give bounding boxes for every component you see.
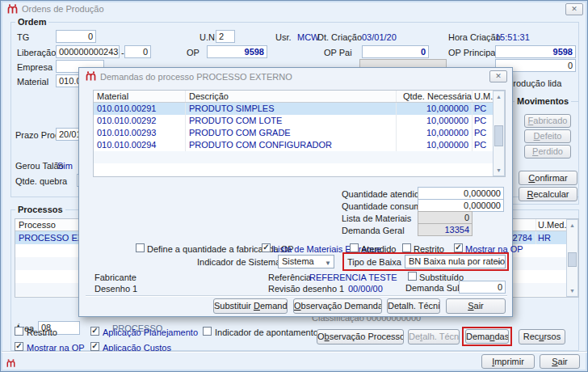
op-pai-field[interactable]: 0 [362,45,429,58]
producao-lida-label: Produção lida [507,78,561,88]
dialog-sair-button[interactable]: Sair [446,298,506,314]
scroll-down-icon[interactable]: ▼ [567,285,578,296]
un-label: U.N. [200,32,217,42]
demanda-subst-field[interactable]: 0 [459,281,506,294]
observacao-processo-button[interactable]: Observação Processo/OP [317,329,404,345]
demandas-table-header: Material Descrição Qtde. Necessária U.M. [94,91,493,103]
demandas-dialog: Demandas do processo PROCESSO EXTERNO ✕ … [78,67,513,317]
qtde-quebra-label: Qtde. quebra [15,176,67,186]
scroll-up-icon[interactable]: ▲ [494,91,504,102]
dt-criacao-label: Dt. Criação [317,32,362,42]
scrollbar-thumb[interactable] [568,252,577,267]
op-principal-label: OP Principal [448,48,498,57]
define-quantidade-checkbox[interactable] [136,243,145,252]
movimentos-group-label: Movimentos [514,96,571,106]
lista-entregue-checkbox[interactable]: ✓ [262,243,271,252]
col-qtde: Qtde. Necessária [397,91,472,102]
imprimir-button[interactable]: Imprimir [481,354,535,369]
app-logo-mini-icon [6,359,15,368]
footer-divider [2,351,588,353]
lista-materiais-label: Lista de Materiais [342,213,411,223]
demanda-geral-field: 13354 [418,223,472,236]
tg-label: TG [17,32,29,42]
demandas-scrollbar[interactable]: ▲ ▼ [493,91,505,176]
material-label: Material [17,77,48,87]
gerou-talao-value: Sim [57,161,73,171]
substituir-demanda-button[interactable]: Substituir Demanda [213,298,288,314]
usr-label: Usr. [275,32,292,42]
hora-criacao-label: Hora Criação [448,32,501,42]
mostrar-na-op-checkbox[interactable]: ✓ [15,342,23,351]
quantidade-consumida-field[interactable]: 0,000000 [418,199,504,212]
quantidade-atendida-field[interactable]: 0,000000 [418,187,504,200]
revisao-value: 00/00/00 [348,284,383,294]
demanda-row[interactable]: 010.010.00291 PRODUTO SIMPLES 10,000000 … [94,103,493,115]
demanda-row[interactable]: 010.010.00292 PRODUTO COM LOTE 10,000000… [94,115,493,127]
demandas-button[interactable]: Demandas [465,329,509,344]
chevron-down-icon: ▼ [325,257,331,268]
confirmar-button[interactable]: Confirmar [519,171,578,185]
ordem-group-label: Ordem [15,17,48,27]
tipo-baixa-combo[interactable]: BN Baixa nula por rateio▼ [405,255,506,268]
empty-row [94,163,493,175]
scroll-up-icon[interactable]: ▲ [567,220,578,230]
op-pai-label: OP Pai [324,48,352,57]
un-field[interactable]: 2 [216,30,235,43]
quantidade-atendida-label: Quantidade atendida [342,189,424,199]
atendido-label: Atendido [361,244,396,254]
close-icon[interactable]: ✕ [565,3,583,15]
tg-field[interactable]: 0 [56,30,96,43]
aplicacao-custos-checkbox[interactable]: ✓ [90,342,99,351]
ordens-producao-window: Ordens de Produção ✕ Ordem TG 0 U.N. 2 U… [0,0,588,372]
dialog-restrito-checkbox[interactable] [402,243,411,252]
usr-value: MCW [297,32,320,42]
liberacao-field-2[interactable]: 0 [124,45,151,58]
demanda-row[interactable]: 010.010.00294 PRODUTO COM CONFIGURADOR 1… [94,139,493,151]
col-um: U.M. [472,91,493,102]
recalcular-button[interactable]: Recalcular [519,187,578,201]
lista-materiais-field: 0 [418,211,472,224]
detalh-tecnico-button: Detalh. Técnico [408,329,460,345]
referencia-value: REFERENCIA TESTE [309,273,397,282]
aplicacao-planejamento-label: Aplicação Planejamento [103,328,198,337]
empty-row [94,151,493,163]
demanda-row[interactable]: 010.010.00293 PRODUTO COM GRADE 10,00000… [94,127,493,139]
dialog-detalh-tecnico-button[interactable]: Detalh. Técnico [387,298,440,314]
processos-group-label: Processos [15,205,65,214]
dialog-titlebar[interactable]: Demandas do processo PROCESSO EXTERNO ✕ [79,68,514,84]
atendido-checkbox[interactable] [350,243,359,252]
indicador-sistema-combo[interactable]: Sistema▼ [278,255,334,268]
observacao-demanda-button[interactable]: Observação Demanda/OP [293,298,382,314]
scroll-down-icon[interactable]: ▼ [494,165,504,175]
liberacao-field[interactable]: 000000000243 [56,45,120,58]
restrito-checkbox[interactable] [15,327,23,336]
processos-scrollbar[interactable]: ▲ ▼ [566,219,578,297]
fabricado-button: Fabricado [524,114,571,128]
aplicacao-planejamento-checkbox[interactable]: ✓ [90,327,99,336]
demanda-geral-label: Demanda Geral [342,226,405,235]
recursos-button[interactable]: Recursos [519,329,565,345]
op-label: OP [187,48,200,57]
substituido-checkbox[interactable] [408,272,417,281]
col-material: Material [94,91,186,102]
app-logo-icon [7,4,18,15]
window-title: Ordens de Produção [22,4,104,14]
indicador-apontamento-checkbox[interactable] [203,327,212,336]
dialog-restrito-label: Restrito [414,244,444,254]
demandas-table: Material Descrição Qtde. Necessária U.M.… [93,90,506,177]
scrollbar-thumb[interactable] [494,125,503,146]
dialog-close-icon[interactable]: ✕ [489,70,507,82]
indicador-sistema-label: Indicador de Sistema [197,257,280,267]
sair-button[interactable]: Sair [540,354,580,369]
window-titlebar[interactable]: Ordens de Produção ✕ [1,1,588,17]
dialog-divider [86,295,507,297]
op-field[interactable]: 9598 [207,45,267,58]
op-principal-field[interactable]: 9598 [495,45,576,58]
fabricante-label: Fabricante [94,273,136,282]
dialog-mostrar-checkbox[interactable]: ✓ [454,243,463,252]
liberacao-label: Liberação [17,48,56,57]
dialog-title: Demandas do processo PROCESSO EXTERNO [100,72,292,82]
col-umed: U.Med. [536,219,566,230]
col-descricao: Descrição [186,91,397,102]
chevron-down-icon: ▼ [496,257,502,268]
